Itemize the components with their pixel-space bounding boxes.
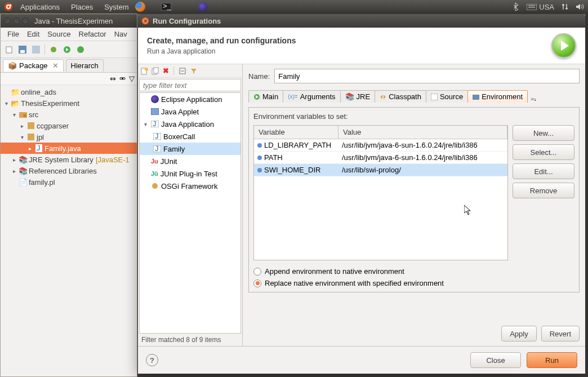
menu-refactor[interactable]: Refactor bbox=[75, 29, 110, 39]
new-config-icon[interactable] bbox=[140, 67, 148, 75]
config-osgi[interactable]: OSGi Framework bbox=[140, 180, 240, 192]
link-icon[interactable]: ⚮ bbox=[119, 74, 126, 83]
svg-rect-17 bbox=[28, 122, 34, 129]
firefox-icon[interactable] bbox=[135, 2, 145, 12]
tab-package-explorer[interactable]: 📦Package✕ bbox=[3, 59, 64, 72]
keyboard-indicator[interactable]: USA bbox=[527, 3, 554, 11]
tree-item-family-java[interactable]: ▸JFamily.java bbox=[1, 143, 137, 154]
close-button[interactable]: Close bbox=[470, 352, 521, 368]
collapse-all-icon[interactable] bbox=[179, 67, 186, 75]
java-app-icon: J bbox=[151, 121, 159, 127]
config-toolbar: ✖ bbox=[138, 64, 242, 78]
tree-item-ccgparser[interactable]: ▸ccgparser bbox=[1, 120, 137, 131]
env-row-ld-library-path[interactable]: LD_LIBRARY_PATH /usr/lib/jvm/java-6-sun-… bbox=[254, 139, 507, 152]
tab-arguments[interactable]: (x)=Arguments bbox=[283, 90, 340, 103]
tab-classpath[interactable]: Classpath bbox=[375, 90, 426, 103]
env-row-path[interactable]: PATH /usr/lib/jvm/java-6-sun-1.6.0.24/jr… bbox=[254, 152, 507, 164]
menu-places[interactable]: Places bbox=[66, 2, 97, 12]
tab-source[interactable]: Source bbox=[426, 90, 468, 103]
remove-button[interactable]: Remove bbox=[513, 183, 574, 198]
menu-navigate[interactable]: Nav bbox=[111, 29, 131, 39]
menu-applications[interactable]: Applications bbox=[16, 2, 64, 12]
svg-rect-10 bbox=[20, 50, 25, 53]
run-configurations-dialog: ✕ Run Configurations Create, manage, and… bbox=[137, 14, 586, 374]
help-icon[interactable]: ? bbox=[146, 354, 158, 366]
filter-input[interactable] bbox=[139, 79, 241, 91]
save-icon[interactable] bbox=[17, 45, 28, 55]
menu-edit[interactable]: Edit bbox=[24, 29, 43, 39]
collapse-icon[interactable]: ⇔ bbox=[110, 74, 116, 83]
col-variable[interactable]: Variable bbox=[254, 126, 338, 139]
run-button[interactable]: Run bbox=[527, 352, 577, 368]
menu-system[interactable]: System bbox=[100, 2, 133, 12]
close-icon[interactable]: ✕ bbox=[52, 61, 59, 70]
menu-source[interactable]: Source bbox=[44, 29, 74, 39]
tree-item-src[interactable]: ▾src bbox=[1, 109, 137, 120]
config-boxercall[interactable]: JBoxerCall bbox=[140, 130, 240, 143]
view-menu-icon[interactable]: ▽ bbox=[129, 74, 135, 83]
radio-append[interactable]: Append environment to native environment bbox=[253, 267, 574, 276]
config-junit[interactable]: JuJUnit bbox=[140, 155, 240, 167]
filter-icon[interactable] bbox=[190, 67, 198, 75]
delete-config-icon[interactable]: ✖ bbox=[163, 66, 169, 75]
network-icon[interactable] bbox=[561, 3, 569, 11]
bluetooth-icon[interactable] bbox=[513, 2, 520, 11]
terminal-icon[interactable]: >_ bbox=[161, 2, 171, 12]
env-row-swi-home-dir[interactable]: SWI_HOME_DIR /usr/lib/swi-prolog/ bbox=[254, 164, 507, 176]
duplicate-config-icon[interactable] bbox=[152, 67, 159, 75]
debug-icon[interactable] bbox=[48, 45, 59, 55]
tab-main[interactable]: Main bbox=[248, 90, 283, 103]
svg-point-12 bbox=[51, 47, 56, 52]
tab-environment[interactable]: Environment bbox=[467, 90, 528, 103]
svg-text:J: J bbox=[37, 144, 41, 152]
tree-item-ref-libs[interactable]: ▸📚Referenced Libraries bbox=[1, 165, 137, 176]
config-junit-plugin[interactable]: JŭJUnit Plug-in Test bbox=[140, 167, 240, 180]
svg-rect-36 bbox=[431, 94, 438, 100]
apply-button[interactable]: Apply bbox=[501, 326, 537, 341]
library-icon: 📚 bbox=[19, 155, 28, 164]
menu-file[interactable]: File bbox=[4, 29, 23, 39]
volume-icon[interactable] bbox=[576, 3, 585, 11]
select-button[interactable]: Select... bbox=[513, 144, 574, 160]
revert-button[interactable]: Revert bbox=[541, 326, 580, 341]
run-icon[interactable] bbox=[62, 45, 72, 55]
new-button[interactable]: New... bbox=[513, 125, 574, 141]
eclipse-menubar: File Edit Source Refactor Nav bbox=[1, 28, 137, 41]
tab-overflow-icon[interactable]: »₁ bbox=[531, 95, 536, 103]
svg-point-0 bbox=[5, 3, 12, 11]
save-all-icon[interactable] bbox=[31, 45, 41, 55]
java-file-icon: J bbox=[34, 144, 43, 153]
config-eclipse-app[interactable]: Eclipse Application bbox=[140, 93, 240, 105]
env-table[interactable]: Variable Value LD_LIBRARY_PATH /usr/lib/… bbox=[253, 125, 508, 260]
tab-hierarchy[interactable]: Hierarch bbox=[66, 59, 104, 72]
radio-replace[interactable]: Replace native environment with specifie… bbox=[253, 279, 574, 287]
run-last-icon[interactable] bbox=[75, 45, 86, 55]
tree-item-jpl[interactable]: ▾jpl bbox=[1, 131, 137, 143]
var-icon bbox=[257, 143, 262, 148]
config-java-app[interactable]: ▾JJava Application bbox=[140, 118, 240, 130]
tab-jre[interactable]: 📚JRE bbox=[340, 90, 376, 103]
col-value[interactable]: Value bbox=[338, 126, 507, 139]
eclipse-launcher-icon[interactable] bbox=[198, 2, 207, 11]
tree-item-project[interactable]: ▾📂ThesisExperiment bbox=[1, 97, 137, 109]
tree-item-family-pl[interactable]: 📄family.pl bbox=[1, 176, 137, 188]
edit-button[interactable]: Edit... bbox=[513, 163, 574, 179]
tree-item-online-ads[interactable]: 📁online_ads bbox=[1, 86, 137, 97]
name-input[interactable] bbox=[274, 69, 580, 83]
window-min-icon[interactable] bbox=[13, 17, 20, 24]
folder-icon: 📁 bbox=[11, 87, 20, 96]
config-family[interactable]: JFamily bbox=[140, 143, 240, 155]
tree-item-jre[interactable]: ▸📚JRE System Library[JavaSE-1 bbox=[1, 154, 137, 165]
run-badge-icon bbox=[551, 33, 576, 58]
applet-icon bbox=[151, 108, 159, 115]
dialog-close-icon[interactable]: ✕ bbox=[141, 17, 149, 25]
window-max-icon[interactable] bbox=[22, 17, 29, 24]
window-close-icon[interactable] bbox=[4, 17, 11, 24]
package-icon: 📦 bbox=[8, 61, 17, 70]
new-icon[interactable] bbox=[4, 45, 14, 55]
svg-text:>_: >_ bbox=[163, 3, 171, 10]
package-icon bbox=[26, 121, 35, 130]
svg-point-34 bbox=[152, 183, 158, 189]
svg-rect-11 bbox=[32, 46, 40, 54]
config-java-applet[interactable]: Java Applet bbox=[140, 105, 240, 118]
